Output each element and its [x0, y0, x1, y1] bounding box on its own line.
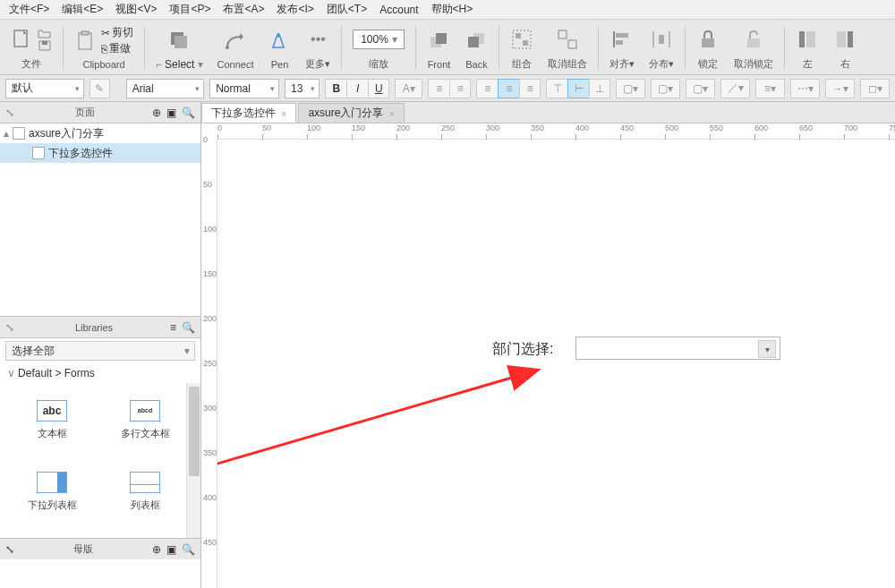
toolbar-zoom-group[interactable]: 100% ▾ 缩放 [347, 20, 410, 74]
back-icon [465, 30, 488, 53]
separator [341, 26, 342, 69]
line-width-button[interactable]: ≡▾ [755, 79, 785, 98]
tab-inactive[interactable]: axsure入门分享 × [298, 103, 404, 123]
toolbar-left-group[interactable]: 左 [790, 20, 824, 74]
ruler-tick: 550 [710, 124, 723, 132]
line-color-button[interactable]: ／▾ [720, 79, 750, 98]
close-tab-icon[interactable]: × [281, 108, 286, 119]
svg-rect-16 [558, 30, 567, 38]
ruler-tick: 100 [203, 225, 217, 234]
toolbar-pen-group[interactable]: Pen [262, 20, 296, 74]
font-color-button[interactable]: A▾ [395, 79, 422, 98]
menu-publish[interactable]: 发布<I> [271, 0, 319, 19]
align-right-button[interactable]: ≡ [519, 79, 541, 98]
toolbar-more-group[interactable]: ••• 更多▾ [300, 20, 336, 74]
toolbar-ungroup-group[interactable]: 取消组合 [542, 20, 592, 74]
lib-item-textfield[interactable]: abc 文本框 [5, 388, 98, 451]
menu-team[interactable]: 团队<T> [321, 0, 372, 19]
search-library-icon[interactable]: 🔍 [182, 321, 195, 334]
toolbar-right-group[interactable]: 右 [828, 20, 862, 74]
add-page-icon[interactable]: ⊕ [152, 107, 161, 119]
widget-dropdown[interactable] [575, 337, 780, 360]
add-folder-icon[interactable]: ▣ [166, 107, 176, 119]
bold-button[interactable]: B [325, 79, 346, 98]
add-master-folder-icon[interactable]: ▣ [166, 543, 176, 556]
menu-edit[interactable]: 编辑<E> [56, 0, 108, 19]
ruler-tick: 150 [203, 269, 217, 278]
toolbar-file-group[interactable]: 文件 [5, 20, 57, 74]
fill-color-button[interactable]: ▢▾ [616, 79, 645, 98]
toolbar-distribute-group[interactable]: 分布▾ [644, 20, 679, 74]
svg-rect-2 [42, 41, 47, 45]
tree-root-item[interactable]: ▴ axsure入门分享 [0, 124, 200, 143]
svg-rect-29 [848, 31, 853, 47]
library-category[interactable]: ∨ Default > Forms [0, 363, 200, 383]
lib-item-droplist[interactable]: 下拉列表框 [5, 461, 98, 524]
underline-button[interactable]: U [368, 79, 389, 98]
ruler-tick: 750 [889, 124, 895, 132]
menu-project[interactable]: 项目<P> [164, 0, 216, 19]
line-style-button[interactable]: ⋯▾ [790, 79, 820, 98]
number-list-button[interactable]: ≡ [449, 79, 471, 98]
lib-item-listbox[interactable]: 列表框 [98, 461, 192, 524]
lib-item-textarea[interactable]: abcd 多行文本框 [98, 388, 192, 451]
align-center-button[interactable]: ≡ [498, 79, 519, 98]
valign-bottom-button[interactable]: ⊥ [589, 79, 610, 98]
toolbar-clipboard-group[interactable]: ✂剪切 ⎘重做 Clipboard [69, 20, 139, 74]
select-label: Select [165, 58, 194, 71]
ruler-tick: 0 [203, 135, 208, 144]
pages-panel-header: ⤡ 页面 ⊕ ▣ 🔍 [0, 102, 200, 124]
menu-file[interactable]: 文件<F> [4, 0, 55, 19]
ruler-tick: 700 [844, 124, 857, 132]
search-master-icon[interactable]: 🔍 [182, 543, 195, 556]
toolbar-back-group[interactable]: Back [459, 20, 493, 74]
menu-arrange[interactable]: 布置<A> [217, 0, 269, 19]
toolbar-front-group[interactable]: Front [422, 20, 456, 74]
corner-button[interactable]: ◻▾ [860, 79, 890, 98]
library-selector[interactable]: 选择全部 [5, 341, 195, 361]
ruler-tick: 200 [396, 124, 410, 132]
canvas[interactable]: 部门选择: [217, 140, 895, 588]
lock-icon [696, 28, 720, 51]
style-paint-icon[interactable]: ✎ [90, 79, 110, 98]
svg-rect-14 [516, 33, 521, 38]
font-select[interactable]: Arial [126, 79, 205, 98]
search-pages-icon[interactable]: 🔍 [182, 107, 195, 119]
align-left-button[interactable]: ≡ [476, 79, 498, 98]
bullet-list-button[interactable]: ≡ [428, 79, 449, 98]
tab-active[interactable]: 下拉多选控件 × [201, 103, 296, 123]
font-weight-select[interactable]: Normal [209, 79, 279, 98]
italic-button[interactable]: I [346, 79, 368, 98]
outer-shadow-button[interactable]: ▢▾ [651, 79, 680, 98]
close-tab-icon[interactable]: × [388, 108, 394, 119]
tree-child-item[interactable]: 下拉多选控件 [0, 143, 200, 163]
menu-account[interactable]: Account [374, 2, 423, 18]
pin-icon[interactable]: ⤡ [5, 107, 18, 119]
zoom-value[interactable]: 100% [361, 33, 388, 46]
valign-middle-button[interactable]: ⊢ [567, 79, 589, 98]
style-select[interactable]: 默认 [5, 79, 84, 98]
library-menu-icon[interactable]: ≡ [170, 321, 176, 334]
toolbar-align-group[interactable]: 对齐▾ [604, 20, 640, 74]
menu-help[interactable]: 帮助<H> [426, 0, 479, 19]
library-grid: abc 文本框 abcd 多行文本框 下拉列表框 列表框 [0, 383, 200, 538]
arrow-style-button[interactable]: →▾ [825, 79, 855, 98]
toolbar-select-group[interactable]: ⌐ Select ▾ [150, 20, 209, 74]
ruler-tick: 50 [262, 124, 271, 132]
valign-top-button[interactable]: ⊤ [546, 79, 567, 98]
widget-label[interactable]: 部门选择: [492, 340, 553, 359]
toolbar-lock-group[interactable]: 锁定 [691, 20, 725, 74]
pin-icon[interactable]: ⤡ [5, 543, 14, 556]
inner-shadow-button[interactable]: ▢▾ [686, 79, 715, 98]
ruler-tick: 400 [575, 124, 589, 132]
menu-view[interactable]: 视图<V> [110, 0, 162, 19]
toolbar-group-group[interactable]: 组合 [505, 20, 539, 74]
svg-rect-10 [436, 33, 447, 44]
toolbar-unlock-group[interactable]: 取消锁定 [729, 20, 779, 74]
pin-icon[interactable]: ⤡ [5, 321, 18, 334]
font-size-select[interactable]: 13 [285, 79, 320, 98]
add-master-icon[interactable]: ⊕ [152, 543, 161, 556]
canvas-wrap: 050100150200250300350400450 部门选择: [201, 140, 895, 588]
toolbar-connect-group[interactable]: Connect [212, 20, 260, 74]
library-scrollbar[interactable] [186, 383, 200, 538]
